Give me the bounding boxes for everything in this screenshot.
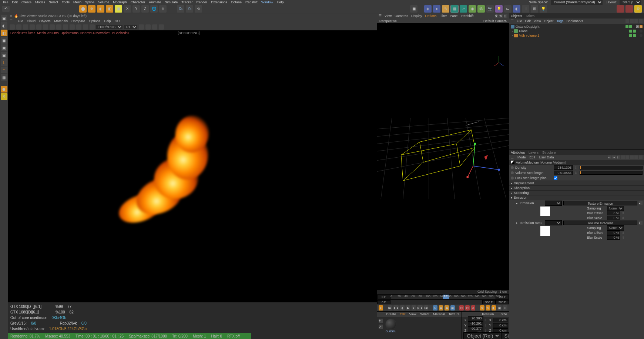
lv-lock-icon[interactable] [36, 24, 41, 30]
ramp-bluroff-field[interactable]: 0 % [607, 231, 620, 235]
tab-structure[interactable]: Structure [542, 151, 556, 154]
vp-menu-options[interactable]: Options [425, 14, 436, 18]
tab-attributes[interactable]: Attributes [511, 151, 525, 154]
loop-icon[interactable]: ↻ [433, 305, 437, 311]
pb-a-icon[interactable]: ✥ [480, 305, 484, 311]
mat-menu-view[interactable]: View [409, 312, 416, 316]
attr-menu-userdata[interactable]: User Data [539, 155, 554, 159]
vp-nav-1-icon[interactable]: ✥ [495, 14, 499, 18]
menu-simulate[interactable]: Simulate [165, 0, 178, 4]
coords-icon[interactable]: ⊕ [159, 5, 167, 13]
timeline-end-bot2[interactable] [496, 300, 509, 304]
axis-world-icon[interactable]: 🌐 [150, 5, 158, 13]
recent-tool-icon[interactable]: ▣ [115, 5, 122, 13]
prev-key-icon[interactable]: ⏴⏴ [393, 305, 399, 311]
ramp-sampling-select[interactable]: None [607, 225, 624, 231]
volume-icon[interactable]: ◉ [469, 5, 476, 13]
key-sel-icon[interactable]: ◆ [445, 305, 449, 311]
emission-swatch[interactable] [540, 207, 550, 216]
menu-select[interactable]: Select [49, 0, 58, 4]
lv-focus-icon[interactable] [70, 24, 75, 30]
vp-menu-display[interactable]: Display [411, 14, 422, 18]
edge-mode-icon[interactable]: ▣ [1, 44, 7, 51]
lv-refresh-icon[interactable] [16, 24, 21, 30]
model-mode-icon[interactable]: ▣ [1, 15, 7, 21]
obj-menu-tags[interactable]: Tags [556, 19, 563, 23]
vp-menu-cameras[interactable]: Cameras [395, 14, 408, 18]
workplane-icon[interactable]: ⊞ [531, 5, 538, 13]
lv-kernel-select[interactable]: PT [124, 25, 137, 29]
mat-menu-material[interactable]: Material [433, 312, 445, 316]
obj-eye-icon[interactable] [630, 19, 634, 23]
lv-cam-icon[interactable] [145, 24, 151, 30]
lv-menu-materials[interactable]: Materials [54, 19, 68, 23]
move-icon[interactable]: ✥ [88, 5, 95, 13]
vsl-field[interactable]: 0.010584 [554, 171, 573, 175]
emission-ramp-dropdown[interactable] [545, 220, 562, 225]
section-emission[interactable]: Emission [509, 195, 644, 200]
menu-create[interactable]: Create [21, 0, 31, 4]
viewport-3d[interactable] [377, 24, 509, 290]
render-view-icon[interactable]: ▣ [410, 5, 417, 13]
lv-play-icon[interactable] [10, 24, 15, 30]
lv-menu-options[interactable]: Options [89, 19, 100, 23]
attr-e-icon[interactable] [639, 155, 643, 159]
lv-aov-icon[interactable] [76, 24, 81, 30]
tree-row-vdb[interactable]: └ Vdb volume.1 [510, 33, 643, 38]
pb-b-icon[interactable]: ⟲ [486, 305, 490, 311]
attr-back-icon[interactable]: ← [608, 155, 611, 159]
emission-bluroff-field[interactable]: 0 % [607, 211, 620, 215]
axis-mode-icon[interactable]: L [1, 59, 7, 66]
lightbulb-icon[interactable]: 💡 [540, 5, 547, 13]
menu-tracker[interactable]: Tracker [181, 0, 192, 4]
octane-2-icon[interactable]: S [1, 93, 7, 100]
size-y-field[interactable]: 0 cm [493, 323, 508, 328]
vp-menu-filter[interactable]: Filter [439, 14, 447, 18]
rec-mode-icon[interactable]: ▣ [450, 305, 455, 311]
timeline-end-bot[interactable] [482, 300, 496, 304]
lv-denoise-icon[interactable] [83, 24, 88, 30]
cloner-icon[interactable]: ⁂ [477, 5, 485, 13]
menu-tools[interactable]: Tools [62, 0, 70, 4]
menu-file[interactable]: File [3, 0, 9, 4]
attr-a-icon[interactable] [621, 155, 625, 159]
lv-menu-compare[interactable]: Compare [71, 19, 85, 23]
attr-menu-mode[interactable]: Mode [517, 155, 526, 159]
node-space-select[interactable]: Current (Standard/Physical) [551, 0, 603, 5]
emission-sampling-select[interactable]: None [607, 206, 624, 211]
timeline-start-bot[interactable] [377, 300, 390, 304]
menu-render[interactable]: Render [196, 0, 207, 4]
octane-1-icon[interactable]: ⬢ [1, 86, 7, 93]
section-scattering[interactable]: Scattering [509, 190, 644, 195]
attr-fwd-icon[interactable]: → [612, 155, 616, 159]
lv-env-icon[interactable] [152, 24, 157, 30]
lv-pick-icon[interactable] [63, 24, 68, 30]
goto-end-icon[interactable]: ⏭ [424, 305, 429, 311]
render-view[interactable] [8, 36, 377, 302]
snap-icon[interactable]: ⁝⁝ [522, 5, 529, 13]
mat-menu-edit[interactable]: Edit [400, 312, 406, 316]
lv-menu-gui[interactable]: GUI [115, 19, 121, 23]
density-field[interactable]: 234.1305 [554, 165, 573, 170]
obj-menu-bookmarks[interactable]: Bookmarks [566, 19, 583, 23]
attr-up-icon[interactable]: ↑ [617, 155, 620, 159]
menu-animate[interactable]: Animate [149, 0, 161, 4]
vp-menu-redshift[interactable]: Redshift [461, 14, 473, 18]
menu-character[interactable]: Character [131, 0, 145, 4]
reset-icon[interactable]: ⟲ [195, 5, 202, 13]
timeline-range[interactable] [377, 299, 509, 305]
pen-icon[interactable]: ✎ [442, 5, 449, 13]
menu-spline[interactable]: Spline [85, 0, 94, 4]
key-all-icon[interactable]: ◆ [439, 305, 443, 311]
mat-menu-texture[interactable]: Texture [449, 312, 460, 316]
mat-new-icon[interactable]: + [379, 319, 383, 323]
mat-menu-select[interactable]: Select [420, 312, 429, 316]
rotate-icon[interactable]: ◐ [97, 5, 104, 13]
menu-mesh[interactable]: Mesh [73, 0, 81, 4]
emission-clear-icon[interactable]: ▸ [639, 201, 643, 205]
extrude-icon[interactable]: ↗ [460, 5, 467, 13]
tab-objects[interactable]: Objects [511, 14, 522, 18]
next-frame-icon[interactable]: ⏵ [412, 305, 416, 311]
sphere-icon[interactable]: ● [433, 5, 440, 13]
menu-extensions[interactable]: Extensions [211, 0, 227, 4]
